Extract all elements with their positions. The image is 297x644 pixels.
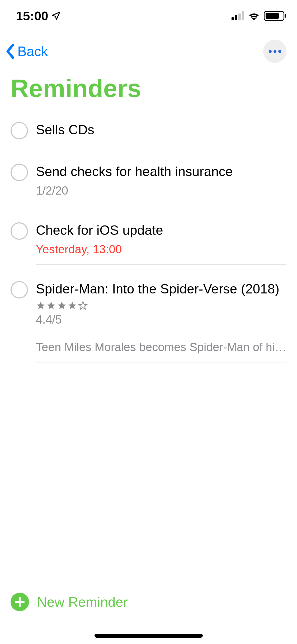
back-label: Back bbox=[17, 43, 48, 59]
more-button[interactable] bbox=[263, 40, 286, 63]
location-icon bbox=[51, 11, 61, 21]
time-text: 15:00 bbox=[16, 9, 48, 23]
chevron-left-icon bbox=[5, 43, 15, 59]
new-reminder-button[interactable]: New Reminder bbox=[11, 593, 128, 611]
reminder-item[interactable]: Sells CDs bbox=[11, 113, 297, 155]
back-button[interactable]: Back bbox=[5, 43, 48, 59]
status-indicators bbox=[232, 11, 284, 21]
reminder-title: Send checks for health insurance bbox=[36, 163, 286, 180]
reminder-item[interactable]: Send checks for health insurance 1/2/20 bbox=[11, 155, 297, 214]
reminder-title: Spider-Man: Into the Spider-Verse (2018) bbox=[36, 280, 286, 298]
reminder-date: 1/2/20 bbox=[36, 184, 286, 197]
reminder-date-overdue: Yesterday, 13:00 bbox=[36, 243, 286, 256]
reminder-item[interactable]: Check for iOS update Yesterday, 13:00 bbox=[11, 214, 297, 273]
reminder-checkbox[interactable] bbox=[11, 122, 28, 139]
home-indicator[interactable] bbox=[95, 634, 203, 638]
star-filled-icon bbox=[36, 301, 45, 310]
reminder-stars bbox=[36, 301, 286, 310]
status-time: 15:00 bbox=[16, 9, 61, 23]
reminder-title: Sells CDs bbox=[36, 121, 286, 139]
wifi-icon bbox=[248, 11, 260, 20]
reminder-rating: 4.4/5 bbox=[36, 313, 286, 326]
star-filled-icon bbox=[57, 301, 67, 310]
reminder-checkbox[interactable] bbox=[11, 164, 28, 181]
new-reminder-label: New Reminder bbox=[37, 594, 128, 610]
star-empty-icon bbox=[78, 301, 88, 310]
reminders-list: Sells CDs Send checks for health insuran… bbox=[0, 113, 297, 370]
reminder-checkbox[interactable] bbox=[11, 281, 28, 298]
plus-circle-icon bbox=[11, 593, 29, 611]
nav-bar: Back bbox=[0, 26, 297, 71]
page-title: Reminders bbox=[0, 71, 297, 113]
reminder-item[interactable]: Spider-Man: Into the Spider-Verse (2018)… bbox=[11, 273, 297, 370]
star-filled-icon bbox=[68, 301, 77, 310]
reminder-title: Check for iOS update bbox=[36, 222, 286, 239]
more-dots-icon bbox=[269, 50, 272, 53]
status-bar: 15:00 bbox=[0, 0, 297, 26]
reminder-description: Teen Miles Morales becomes Spider-Man of… bbox=[36, 341, 286, 354]
cellular-signal-icon bbox=[232, 11, 244, 20]
reminder-checkbox[interactable] bbox=[11, 222, 28, 240]
star-filled-icon bbox=[46, 301, 56, 310]
battery-icon bbox=[264, 11, 284, 21]
